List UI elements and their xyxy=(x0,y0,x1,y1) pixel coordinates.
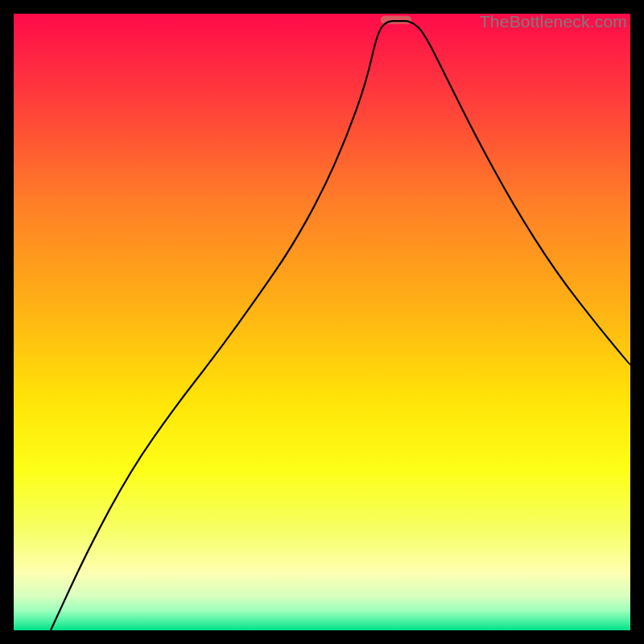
watermark-text: TheBottleneck.com xyxy=(480,12,627,31)
gradient-background xyxy=(14,14,630,630)
bottleneck-chart xyxy=(14,14,630,630)
chart-frame: TheBottleneck.com xyxy=(14,14,630,630)
